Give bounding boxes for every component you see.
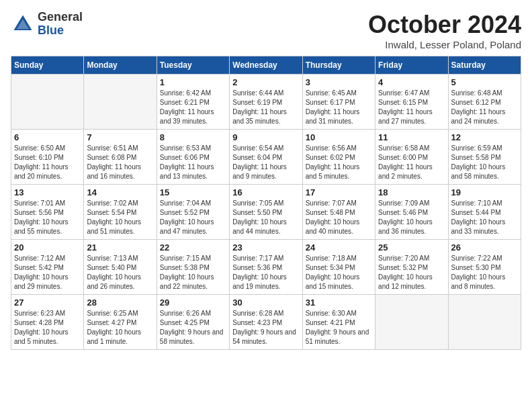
calendar-cell: 21Sunrise: 7:13 AM Sunset: 5:40 PM Dayli…	[84, 240, 157, 295]
calendar-cell: 12Sunrise: 6:59 AM Sunset: 5:58 PM Dayli…	[448, 130, 521, 185]
day-number: 31	[306, 298, 372, 308]
calendar-cell: 1Sunrise: 6:42 AM Sunset: 6:21 PM Daylig…	[157, 75, 229, 130]
weekday-header: Tuesday	[157, 56, 229, 75]
logo-general-text: General	[38, 11, 83, 24]
day-number: 14	[87, 187, 153, 197]
day-detail: Sunrise: 7:04 AM Sunset: 5:52 PM Dayligh…	[160, 199, 226, 236]
calendar-cell: 8Sunrise: 6:53 AM Sunset: 6:06 PM Daylig…	[157, 130, 229, 185]
day-number: 12	[451, 132, 518, 142]
calendar-cell: 20Sunrise: 7:12 AM Sunset: 5:42 PM Dayli…	[11, 240, 84, 295]
day-detail: Sunrise: 6:42 AM Sunset: 6:21 PM Dayligh…	[160, 89, 226, 126]
calendar-cell: 25Sunrise: 7:20 AM Sunset: 5:32 PM Dayli…	[375, 240, 448, 295]
calendar-cell: 7Sunrise: 6:51 AM Sunset: 6:08 PM Daylig…	[84, 130, 157, 185]
day-number: 5	[451, 77, 518, 87]
day-number: 10	[306, 132, 372, 142]
calendar-cell: 10Sunrise: 6:56 AM Sunset: 6:02 PM Dayli…	[302, 130, 375, 185]
weekday-header: Friday	[375, 56, 448, 75]
calendar-cell	[448, 295, 521, 350]
day-number: 27	[14, 298, 81, 308]
calendar: SundayMondayTuesdayWednesdayThursdayFrid…	[11, 56, 521, 350]
calendar-cell: 14Sunrise: 7:02 AM Sunset: 5:54 PM Dayli…	[84, 185, 157, 240]
calendar-cell: 6Sunrise: 6:50 AM Sunset: 6:10 PM Daylig…	[11, 130, 84, 185]
day-number: 28	[87, 298, 153, 308]
weekday-header: Monday	[84, 56, 157, 75]
calendar-cell: 26Sunrise: 7:22 AM Sunset: 5:30 PM Dayli…	[448, 240, 521, 295]
day-detail: Sunrise: 6:59 AM Sunset: 5:58 PM Dayligh…	[451, 144, 518, 181]
calendar-cell: 28Sunrise: 6:25 AM Sunset: 4:27 PM Dayli…	[84, 295, 157, 350]
day-number: 23	[232, 242, 299, 253]
calendar-cell: 15Sunrise: 7:04 AM Sunset: 5:52 PM Dayli…	[157, 185, 229, 240]
day-number: 24	[306, 242, 372, 253]
day-number: 15	[160, 187, 226, 197]
day-detail: Sunrise: 6:26 AM Sunset: 4:25 PM Dayligh…	[160, 309, 226, 347]
day-number: 8	[160, 132, 226, 142]
calendar-cell: 23Sunrise: 7:17 AM Sunset: 5:36 PM Dayli…	[230, 240, 302, 295]
calendar-cell: 9Sunrise: 6:54 AM Sunset: 6:04 PM Daylig…	[230, 130, 302, 185]
weekday-header: Saturday	[448, 56, 521, 75]
day-detail: Sunrise: 6:53 AM Sunset: 6:06 PM Dayligh…	[160, 144, 226, 181]
calendar-cell	[84, 75, 157, 130]
logo: General Blue	[11, 11, 83, 38]
day-number: 1	[160, 77, 226, 87]
calendar-cell	[11, 75, 84, 130]
day-detail: Sunrise: 7:22 AM Sunset: 5:30 PM Dayligh…	[451, 254, 518, 291]
day-detail: Sunrise: 6:45 AM Sunset: 6:17 PM Dayligh…	[306, 89, 372, 126]
day-number: 29	[160, 298, 226, 308]
day-detail: Sunrise: 7:07 AM Sunset: 5:48 PM Dayligh…	[306, 199, 372, 236]
calendar-cell: 31Sunrise: 6:30 AM Sunset: 4:21 PM Dayli…	[302, 295, 375, 350]
day-number: 3	[306, 77, 372, 87]
day-number: 11	[378, 132, 445, 142]
calendar-cell: 13Sunrise: 7:01 AM Sunset: 5:56 PM Dayli…	[11, 185, 84, 240]
location-title: Inwald, Lesser Poland, Poland	[368, 39, 521, 50]
day-detail: Sunrise: 7:12 AM Sunset: 5:42 PM Dayligh…	[14, 254, 81, 291]
day-detail: Sunrise: 6:47 AM Sunset: 6:15 PM Dayligh…	[378, 89, 445, 126]
day-number: 4	[378, 77, 445, 87]
day-number: 17	[306, 187, 372, 197]
day-number: 19	[451, 187, 518, 197]
calendar-cell: 19Sunrise: 7:10 AM Sunset: 5:44 PM Dayli…	[448, 185, 521, 240]
day-detail: Sunrise: 7:17 AM Sunset: 5:36 PM Dayligh…	[232, 254, 299, 291]
calendar-cell: 27Sunrise: 6:23 AM Sunset: 4:28 PM Dayli…	[11, 295, 84, 350]
day-number: 18	[378, 187, 445, 197]
day-detail: Sunrise: 6:44 AM Sunset: 6:19 PM Dayligh…	[232, 89, 299, 126]
logo-icon	[11, 12, 35, 36]
weekday-header: Thursday	[302, 56, 375, 75]
day-detail: Sunrise: 6:28 AM Sunset: 4:23 PM Dayligh…	[232, 309, 299, 347]
day-detail: Sunrise: 6:58 AM Sunset: 6:00 PM Dayligh…	[378, 144, 445, 181]
day-detail: Sunrise: 7:20 AM Sunset: 5:32 PM Dayligh…	[378, 254, 445, 291]
day-detail: Sunrise: 6:48 AM Sunset: 6:12 PM Dayligh…	[451, 89, 518, 126]
calendar-cell: 18Sunrise: 7:09 AM Sunset: 5:46 PM Dayli…	[375, 185, 448, 240]
day-number: 7	[87, 132, 153, 142]
calendar-cell: 11Sunrise: 6:58 AM Sunset: 6:00 PM Dayli…	[375, 130, 448, 185]
day-detail: Sunrise: 6:50 AM Sunset: 6:10 PM Dayligh…	[14, 144, 81, 181]
header: General Blue October 2024 Inwald, Lesser…	[11, 11, 521, 50]
calendar-week-row: 6Sunrise: 6:50 AM Sunset: 6:10 PM Daylig…	[11, 130, 521, 185]
weekday-header: Wednesday	[230, 56, 302, 75]
calendar-week-row: 1Sunrise: 6:42 AM Sunset: 6:21 PM Daylig…	[11, 75, 521, 130]
day-number: 6	[14, 132, 81, 142]
calendar-cell: 4Sunrise: 6:47 AM Sunset: 6:15 PM Daylig…	[375, 75, 448, 130]
logo-text: General Blue	[38, 11, 83, 38]
day-detail: Sunrise: 7:13 AM Sunset: 5:40 PM Dayligh…	[87, 254, 153, 291]
day-number: 13	[14, 187, 81, 197]
day-detail: Sunrise: 6:23 AM Sunset: 4:28 PM Dayligh…	[14, 309, 81, 347]
day-detail: Sunrise: 6:56 AM Sunset: 6:02 PM Dayligh…	[306, 144, 372, 181]
calendar-cell: 30Sunrise: 6:28 AM Sunset: 4:23 PM Dayli…	[230, 295, 302, 350]
calendar-header-row: SundayMondayTuesdayWednesdayThursdayFrid…	[11, 56, 521, 75]
day-detail: Sunrise: 7:15 AM Sunset: 5:38 PM Dayligh…	[160, 254, 226, 291]
calendar-week-row: 27Sunrise: 6:23 AM Sunset: 4:28 PM Dayli…	[11, 295, 521, 350]
weekday-header: Sunday	[11, 56, 84, 75]
title-area: October 2024 Inwald, Lesser Poland, Pola…	[368, 11, 521, 50]
day-detail: Sunrise: 7:18 AM Sunset: 5:34 PM Dayligh…	[306, 254, 372, 291]
day-number: 20	[14, 242, 81, 253]
day-detail: Sunrise: 7:09 AM Sunset: 5:46 PM Dayligh…	[378, 199, 445, 236]
day-number: 21	[87, 242, 153, 253]
calendar-week-row: 20Sunrise: 7:12 AM Sunset: 5:42 PM Dayli…	[11, 240, 521, 295]
day-number: 22	[160, 242, 226, 253]
day-detail: Sunrise: 7:02 AM Sunset: 5:54 PM Dayligh…	[87, 199, 153, 236]
calendar-cell: 17Sunrise: 7:07 AM Sunset: 5:48 PM Dayli…	[302, 185, 375, 240]
day-detail: Sunrise: 7:05 AM Sunset: 5:50 PM Dayligh…	[232, 199, 299, 236]
calendar-cell: 24Sunrise: 7:18 AM Sunset: 5:34 PM Dayli…	[302, 240, 375, 295]
day-detail: Sunrise: 6:54 AM Sunset: 6:04 PM Dayligh…	[232, 144, 299, 181]
day-number: 30	[232, 298, 299, 308]
